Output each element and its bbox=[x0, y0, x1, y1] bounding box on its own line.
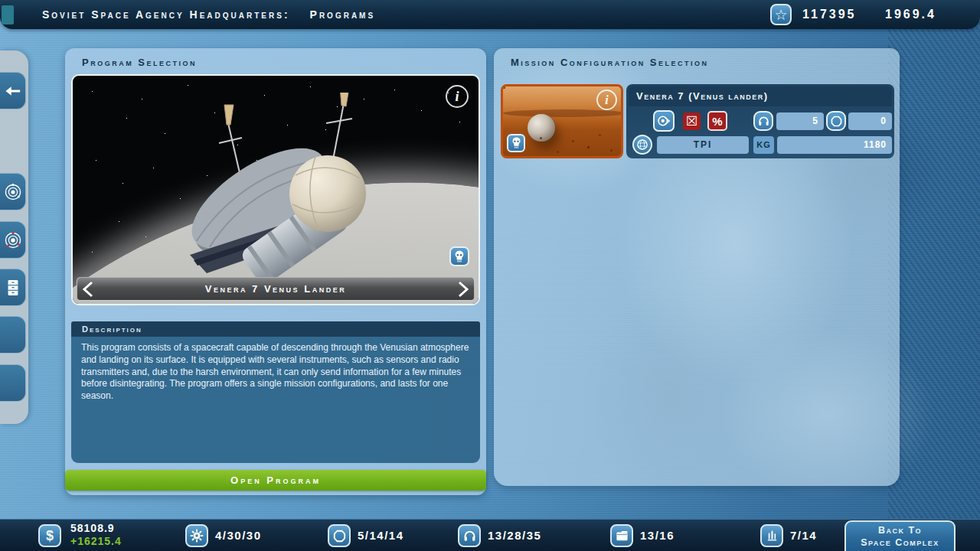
chevron-right-icon bbox=[456, 280, 471, 298]
funds-chip: $ bbox=[38, 524, 61, 547]
rockets-icon bbox=[765, 529, 779, 543]
description-text: This program consists of a spacecraft ca… bbox=[71, 337, 480, 463]
capsules-count: 5/14/14 bbox=[358, 520, 404, 551]
arrow-left-icon bbox=[5, 83, 21, 99]
mission-config-card[interactable]: i Venera 7 (Venus lander) bbox=[501, 84, 894, 158]
trajectory-value: TPI bbox=[657, 136, 749, 154]
spacecraft-render bbox=[145, 93, 421, 305]
skull-icon bbox=[453, 250, 466, 263]
back-to-space-complex-button[interactable]: Back To Space Complex bbox=[844, 520, 956, 551]
open-program-button[interactable]: Open Program bbox=[65, 470, 486, 491]
globe-icon bbox=[635, 138, 649, 152]
sidebar-item-archive[interactable] bbox=[0, 269, 26, 306]
page-title: Soviet Space Agency Headquarters:Program… bbox=[42, 0, 375, 29]
risk-percent-indicator: % bbox=[707, 111, 727, 131]
right-edge-texture bbox=[888, 0, 980, 551]
prestige-star-icon: ☆ bbox=[770, 4, 792, 25]
dollar-icon: $ bbox=[46, 528, 54, 544]
program-selection-header: Program Selection bbox=[82, 57, 197, 68]
mass-unit-label: KG bbox=[753, 136, 774, 154]
venus-lander-sphere bbox=[528, 114, 555, 142]
section-title: Programs bbox=[310, 8, 376, 21]
trajectory-chip bbox=[632, 135, 652, 155]
top-bar: Soviet Space Agency Headquarters:Program… bbox=[0, 0, 980, 29]
headphones-icon bbox=[757, 115, 770, 127]
mission-config-header: Mission Configuration Selection bbox=[511, 57, 708, 68]
carousel-program-name: Venera 7 Venus Lander bbox=[77, 278, 474, 301]
planet-flyby-icon bbox=[656, 113, 671, 129]
program-carousel: Venera 7 Venus Lander bbox=[77, 277, 475, 301]
drawers-icon bbox=[5, 279, 21, 297]
rockets-bar-chip bbox=[760, 524, 783, 547]
bottom-status-bar: $ 58108.9 +16215.4 4/30/30 bbox=[0, 519, 980, 551]
sidebar-back-button[interactable] bbox=[0, 72, 26, 109]
sidebar-item-blank-1[interactable] bbox=[0, 316, 26, 354]
carousel-next-button[interactable] bbox=[452, 279, 474, 300]
venus-rocks bbox=[503, 86, 505, 89]
capsules-value: 0 bbox=[848, 112, 892, 130]
mission-detail-body: Venera 7 (Venus lander) ☒ % bbox=[626, 84, 894, 158]
programs-bar-chip bbox=[610, 524, 633, 547]
program-risk-indicator bbox=[449, 246, 469, 266]
controllers-chip bbox=[753, 111, 773, 131]
back-button-line2: Space Complex bbox=[846, 537, 954, 549]
location-title: Soviet Space Agency Headquarters: bbox=[42, 8, 290, 21]
mission-risk-indicator bbox=[507, 134, 525, 152]
info-icon: i bbox=[455, 89, 459, 105]
capsule-icon bbox=[332, 529, 347, 543]
capsules-chip bbox=[826, 111, 846, 131]
controllers-value: 5 bbox=[776, 112, 824, 130]
mass-value: 1180 bbox=[777, 136, 892, 154]
sidebar-item-missions[interactable] bbox=[0, 221, 26, 259]
program-info-button[interactable]: i bbox=[446, 85, 469, 108]
program-selection-panel: Program Selection bbox=[65, 48, 486, 495]
capsule-icon bbox=[830, 115, 843, 128]
star-icon: ☆ bbox=[774, 6, 787, 24]
hardware-chip bbox=[185, 524, 208, 547]
mission-info-button[interactable]: i bbox=[596, 90, 617, 110]
percent-icon: % bbox=[712, 115, 722, 128]
back-button-line1: Back To bbox=[846, 525, 954, 537]
mission-config-panel: Mission Configuration Selection i Venera… bbox=[494, 48, 900, 486]
headphones-icon bbox=[462, 529, 477, 543]
top-bar-notch bbox=[2, 5, 14, 24]
hardware-count: 4/30/30 bbox=[215, 520, 262, 551]
mission-thumbnail: i bbox=[501, 84, 623, 158]
funds-value: 58108.9 bbox=[70, 522, 115, 534]
skull-icon bbox=[511, 137, 522, 149]
info-icon: i bbox=[605, 93, 608, 107]
orbit-red-dots-icon bbox=[3, 230, 23, 250]
venus-horizon bbox=[503, 109, 623, 117]
prestige-value: 117395 bbox=[802, 0, 857, 29]
no-crew-indicator: ☒ bbox=[683, 112, 701, 130]
starfield bbox=[73, 76, 74, 77]
funds-delta: +16215.4 bbox=[70, 535, 122, 547]
rockets-count: 7/14 bbox=[790, 520, 817, 551]
capsules-bar-chip bbox=[328, 524, 351, 547]
controllers-bar-chip bbox=[458, 524, 481, 547]
sidebar-item-solar-system[interactable] bbox=[0, 173, 26, 210]
controllers-count: 13/28/35 bbox=[488, 520, 541, 551]
sidebar-item-blank-2[interactable] bbox=[0, 364, 26, 402]
orbit-icon bbox=[3, 182, 23, 202]
box-x-icon: ☒ bbox=[686, 113, 697, 129]
description-header: Description bbox=[71, 321, 480, 337]
gear-icon bbox=[189, 528, 204, 543]
flyby-type-icon bbox=[653, 110, 675, 132]
mission-title: Venera 7 (Venus lander) bbox=[629, 86, 892, 106]
game-date: 1969.4 bbox=[885, 0, 936, 29]
folder-icon bbox=[615, 529, 629, 543]
programs-count: 13/16 bbox=[640, 520, 675, 551]
program-image: i Venera 7 Venus Lander bbox=[71, 74, 480, 305]
